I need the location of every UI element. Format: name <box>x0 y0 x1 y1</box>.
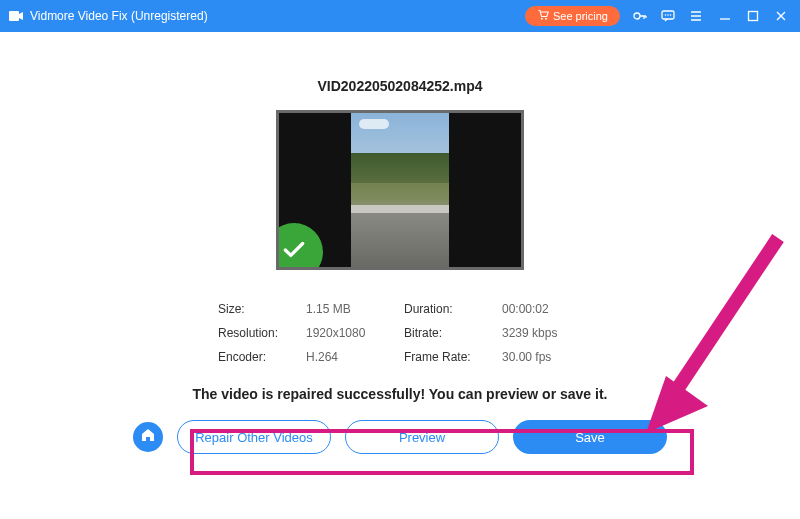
resolution-value: 1920x1080 <box>306 326 396 340</box>
encoder-value: H.264 <box>306 350 396 364</box>
size-label: Size: <box>218 302 298 316</box>
cart-icon <box>537 9 549 23</box>
preview-label: Preview <box>399 430 445 445</box>
action-row: Repair Other Videos Preview Save <box>133 420 667 454</box>
close-button[interactable] <box>774 9 788 23</box>
repair-other-videos-button[interactable]: Repair Other Videos <box>177 420 331 454</box>
repair-other-label: Repair Other Videos <box>195 430 313 445</box>
minimize-button[interactable] <box>718 9 732 23</box>
see-pricing-label: See pricing <box>553 10 608 22</box>
home-icon <box>140 427 156 447</box>
bitrate-label: Bitrate: <box>404 326 494 340</box>
home-button[interactable] <box>133 422 163 452</box>
size-value: 1.15 MB <box>306 302 396 316</box>
svg-point-2 <box>545 18 547 20</box>
app-window: Vidmore Video Fix (Unregistered) See pri… <box>0 0 800 519</box>
svg-rect-0 <box>9 11 19 21</box>
checkmark-icon <box>281 237 307 267</box>
svg-point-1 <box>541 18 543 20</box>
titlebar-left: Vidmore Video Fix (Unregistered) <box>8 8 208 24</box>
file-name: VID20220502084252.mp4 <box>317 78 482 94</box>
see-pricing-button[interactable]: See pricing <box>525 6 620 26</box>
preview-button[interactable]: Preview <box>345 420 499 454</box>
meta-grid: Size: 1.15 MB Duration: 00:00:02 Resolut… <box>218 302 582 364</box>
feedback-icon[interactable] <box>660 8 676 24</box>
encoder-label: Encoder: <box>218 350 298 364</box>
framerate-value: 30.00 fps <box>502 350 582 364</box>
video-thumbnail <box>276 110 524 270</box>
svg-point-3 <box>634 13 640 19</box>
resolution-label: Resolution: <box>218 326 298 340</box>
menu-icon[interactable] <box>688 8 704 24</box>
maximize-button[interactable] <box>746 9 760 23</box>
key-icon[interactable] <box>632 8 648 24</box>
duration-value: 00:00:02 <box>502 302 582 316</box>
framerate-label: Frame Rate: <box>404 350 494 364</box>
save-label: Save <box>575 430 605 445</box>
svg-point-6 <box>667 14 669 16</box>
app-title: Vidmore Video Fix (Unregistered) <box>30 9 208 23</box>
titlebar-tools <box>632 8 704 24</box>
duration-label: Duration: <box>404 302 494 316</box>
save-button[interactable]: Save <box>513 420 667 454</box>
svg-point-5 <box>665 14 667 16</box>
svg-rect-8 <box>749 12 758 21</box>
main-content: VID20220502084252.mp4 Size: 1.15 MB Dura… <box>0 32 800 519</box>
success-badge <box>276 223 323 270</box>
titlebar: Vidmore Video Fix (Unregistered) See pri… <box>0 0 800 32</box>
window-controls <box>718 9 788 23</box>
svg-point-7 <box>670 14 672 16</box>
status-message: The video is repaired successfully! You … <box>193 386 608 402</box>
app-logo-icon <box>8 8 24 24</box>
bitrate-value: 3239 kbps <box>502 326 582 340</box>
